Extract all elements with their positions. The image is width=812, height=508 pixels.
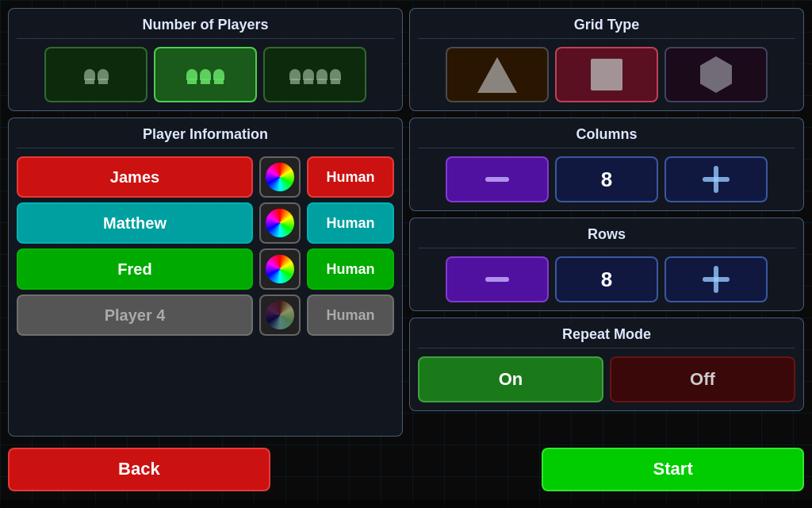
grid-type-hex-btn[interactable] — [665, 47, 768, 102]
player-row-4: Player 4 Human — [17, 294, 394, 336]
repeat-on-btn[interactable]: On — [418, 356, 603, 402]
player-count-3-btn[interactable] — [154, 47, 257, 102]
columns-plus-btn[interactable] — [665, 156, 768, 202]
columns-controls: 8 — [418, 156, 795, 202]
color-wheel-icon-fred — [266, 255, 294, 283]
rows-plus-icon — [703, 266, 730, 293]
rows-plus-btn[interactable] — [665, 256, 768, 302]
rows-value: 8 — [555, 256, 658, 302]
num-players-title: Number of Players — [17, 17, 394, 39]
rows-controls: 8 — [418, 256, 795, 302]
grid-type-square-btn[interactable] — [555, 47, 658, 102]
bottom-bar: Back Start — [0, 444, 812, 500]
repeat-off-btn[interactable]: Off — [610, 356, 795, 402]
player-row-2: Matthew Human — [17, 202, 394, 244]
player-row-3: Fred Human — [17, 248, 394, 290]
grid-type-panel: Grid Type — [409, 8, 804, 111]
hex-icon — [700, 56, 732, 93]
grid-type-buttons — [418, 47, 795, 102]
start-button[interactable]: Start — [542, 448, 804, 491]
repeat-mode-title: Repeat Mode — [418, 326, 795, 348]
color-wheel-fred[interactable] — [259, 248, 301, 290]
grid-type-triangle-btn[interactable] — [446, 47, 549, 102]
triangle-icon — [477, 57, 517, 93]
repeat-mode-panel: Repeat Mode On Off — [409, 318, 804, 411]
minus-icon — [485, 177, 509, 182]
color-wheel-player4[interactable] — [259, 294, 301, 336]
color-wheel-matthew[interactable] — [259, 202, 301, 244]
player-count-4-btn[interactable] — [263, 47, 366, 102]
player-name-4[interactable]: Player 4 — [17, 294, 253, 336]
player-type-james[interactable]: Human — [307, 156, 394, 198]
player-count-2-btn[interactable] — [44, 47, 147, 102]
color-wheel-icon-player4 — [266, 301, 294, 329]
grid-type-title: Grid Type — [418, 17, 795, 39]
color-wheel-james[interactable] — [259, 156, 301, 198]
player-info-title: Player Information — [17, 126, 394, 148]
player-type-fred[interactable]: Human — [307, 248, 394, 290]
square-icon — [591, 59, 622, 90]
color-wheel-icon-matthew — [266, 209, 294, 237]
player-info-panel: Player Information James Human Matthew — [8, 117, 403, 437]
color-wheel-icon-james — [266, 163, 294, 191]
two-people-icon — [84, 69, 109, 80]
player-type-matthew[interactable]: Human — [307, 202, 394, 244]
repeat-buttons: On Off — [418, 356, 795, 402]
back-button[interactable]: Back — [8, 448, 270, 491]
num-players-panel: Number of Players — [8, 8, 403, 111]
rows-title: Rows — [418, 226, 795, 248]
player-name-matthew[interactable]: Matthew — [17, 202, 253, 244]
columns-title: Columns — [418, 126, 795, 148]
columns-minus-btn[interactable] — [446, 156, 549, 202]
player-type-player4[interactable]: Human — [307, 294, 394, 336]
player-row-1: James Human — [17, 156, 394, 198]
rows-minus-btn[interactable] — [446, 256, 549, 302]
player-name-james[interactable]: James — [17, 156, 253, 198]
player-name-fred[interactable]: Fred — [17, 248, 253, 290]
player-rows: James Human Matthew Human Fred — [17, 156, 394, 336]
rows-minus-icon — [485, 277, 509, 282]
rows-panel: Rows 8 — [409, 217, 804, 311]
four-people-icon — [289, 69, 341, 80]
three-people-icon — [186, 69, 224, 80]
columns-value: 8 — [555, 156, 658, 202]
columns-panel: Columns 8 — [409, 117, 804, 211]
plus-icon — [703, 166, 730, 193]
num-players-buttons — [17, 47, 394, 102]
android-nav-bar: ◁ ○ □ — [0, 500, 812, 508]
